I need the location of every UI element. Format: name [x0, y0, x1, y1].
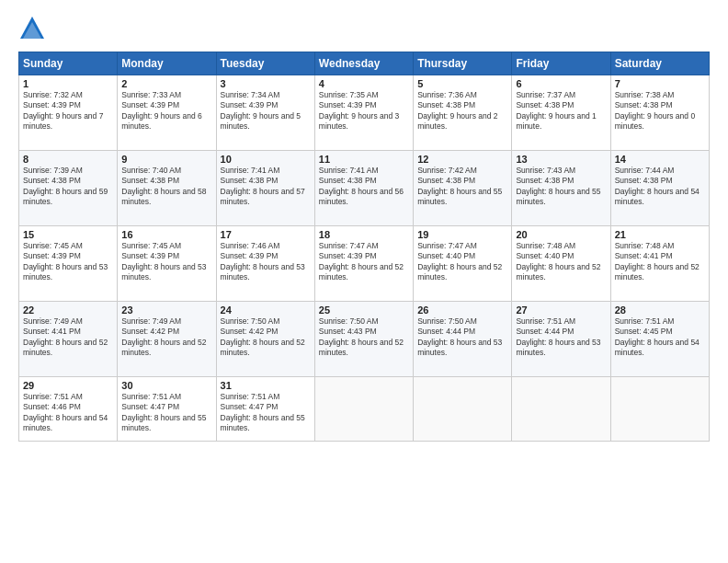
day-number: 15 — [23, 229, 113, 240]
day-info: Sunrise: 7:48 AM Sunset: 4:41 PM Dayligh… — [615, 241, 705, 283]
day-info: Sunrise: 7:41 AM Sunset: 4:38 PM Dayligh… — [221, 166, 311, 208]
calendar-header-monday: Monday — [118, 52, 216, 75]
day-number: 26 — [417, 304, 507, 316]
calendar-header-thursday: Thursday — [414, 52, 512, 75]
calendar-cell — [610, 377, 709, 442]
page: SundayMondayTuesdayWednesdayThursdayFrid… — [0, 0, 728, 451]
day-info: Sunrise: 7:51 AM Sunset: 4:47 PM Dayligh… — [121, 392, 211, 434]
calendar-table: SundayMondayTuesdayWednesdayThursdayFrid… — [18, 52, 710, 442]
calendar-cell: 13 Sunrise: 7:43 AM Sunset: 4:38 PM Dayl… — [512, 151, 610, 226]
day-info: Sunrise: 7:40 AM Sunset: 4:38 PM Dayligh… — [121, 166, 211, 208]
calendar-cell: 28 Sunrise: 7:51 AM Sunset: 4:45 PM Dayl… — [610, 302, 709, 377]
day-info: Sunrise: 7:32 AM Sunset: 4:39 PM Dayligh… — [23, 90, 113, 132]
day-number: 16 — [121, 229, 211, 240]
calendar-cell — [512, 377, 610, 442]
calendar-cell: 7 Sunrise: 7:38 AM Sunset: 4:38 PM Dayli… — [610, 75, 709, 151]
calendar-cell: 10 Sunrise: 7:41 AM Sunset: 4:38 PM Dayl… — [216, 151, 314, 226]
day-info: Sunrise: 7:51 AM Sunset: 4:45 PM Dayligh… — [615, 316, 705, 359]
day-info: Sunrise: 7:35 AM Sunset: 4:39 PM Dayligh… — [319, 90, 409, 132]
calendar-header-saturday: Saturday — [610, 52, 709, 75]
day-number: 20 — [516, 229, 606, 240]
day-info: Sunrise: 7:47 AM Sunset: 4:40 PM Dayligh… — [417, 241, 507, 283]
day-number: 27 — [516, 304, 606, 316]
day-number: 7 — [615, 78, 705, 89]
calendar-cell: 15 Sunrise: 7:45 AM Sunset: 4:39 PM Dayl… — [19, 226, 118, 302]
day-info: Sunrise: 7:46 AM Sunset: 4:39 PM Dayligh… — [221, 241, 311, 283]
calendar-cell: 5 Sunrise: 7:36 AM Sunset: 4:38 PM Dayli… — [414, 75, 512, 151]
day-number: 23 — [121, 304, 211, 316]
calendar-cell: 31 Sunrise: 7:51 AM Sunset: 4:47 PM Dayl… — [216, 377, 314, 442]
calendar-cell: 14 Sunrise: 7:44 AM Sunset: 4:38 PM Dayl… — [610, 151, 709, 226]
day-info: Sunrise: 7:34 AM Sunset: 4:39 PM Dayligh… — [221, 90, 311, 132]
day-number: 28 — [615, 304, 705, 316]
day-info: Sunrise: 7:49 AM Sunset: 4:42 PM Dayligh… — [121, 316, 211, 359]
day-number: 12 — [417, 154, 507, 165]
day-number: 6 — [516, 78, 606, 89]
day-info: Sunrise: 7:45 AM Sunset: 4:39 PM Dayligh… — [23, 241, 113, 283]
calendar-cell: 1 Sunrise: 7:32 AM Sunset: 4:39 PM Dayli… — [19, 75, 118, 151]
calendar-cell: 20 Sunrise: 7:48 AM Sunset: 4:40 PM Dayl… — [512, 226, 610, 302]
day-number: 8 — [23, 154, 113, 165]
calendar-cell: 27 Sunrise: 7:51 AM Sunset: 4:44 PM Dayl… — [512, 302, 610, 377]
calendar-cell: 16 Sunrise: 7:45 AM Sunset: 4:39 PM Dayl… — [118, 226, 216, 302]
day-info: Sunrise: 7:41 AM Sunset: 4:38 PM Dayligh… — [319, 166, 409, 208]
calendar-cell — [314, 377, 413, 442]
calendar-header-row: SundayMondayTuesdayWednesdayThursdayFrid… — [19, 52, 710, 75]
day-info: Sunrise: 7:51 AM Sunset: 4:44 PM Dayligh… — [516, 316, 606, 359]
day-number: 2 — [121, 78, 211, 89]
day-info: Sunrise: 7:47 AM Sunset: 4:39 PM Dayligh… — [319, 241, 409, 283]
day-number: 24 — [221, 304, 311, 316]
day-number: 19 — [417, 229, 507, 240]
day-number: 10 — [221, 154, 311, 165]
day-number: 3 — [221, 78, 311, 89]
calendar-header-wednesday: Wednesday — [314, 52, 413, 75]
day-info: Sunrise: 7:50 AM Sunset: 4:43 PM Dayligh… — [319, 316, 409, 359]
day-number: 4 — [319, 78, 409, 89]
day-info: Sunrise: 7:37 AM Sunset: 4:38 PM Dayligh… — [516, 90, 606, 132]
day-number: 11 — [319, 154, 409, 165]
day-info: Sunrise: 7:38 AM Sunset: 4:38 PM Dayligh… — [615, 90, 705, 132]
calendar-cell: 30 Sunrise: 7:51 AM Sunset: 4:47 PM Dayl… — [118, 377, 216, 442]
day-info: Sunrise: 7:36 AM Sunset: 4:38 PM Dayligh… — [417, 90, 507, 132]
day-info: Sunrise: 7:51 AM Sunset: 4:46 PM Dayligh… — [23, 392, 113, 434]
calendar-cell: 8 Sunrise: 7:39 AM Sunset: 4:38 PM Dayli… — [19, 151, 118, 226]
calendar-cell: 25 Sunrise: 7:50 AM Sunset: 4:43 PM Dayl… — [314, 302, 413, 377]
calendar-cell: 22 Sunrise: 7:49 AM Sunset: 4:41 PM Dayl… — [19, 302, 118, 377]
day-info: Sunrise: 7:42 AM Sunset: 4:38 PM Dayligh… — [417, 166, 507, 208]
calendar-cell: 11 Sunrise: 7:41 AM Sunset: 4:38 PM Dayl… — [314, 151, 413, 226]
calendar-header-tuesday: Tuesday — [216, 52, 314, 75]
day-number: 13 — [516, 154, 606, 165]
calendar-cell: 24 Sunrise: 7:50 AM Sunset: 4:42 PM Dayl… — [216, 302, 314, 377]
day-number: 25 — [319, 304, 409, 316]
day-number: 18 — [319, 229, 409, 240]
day-number: 17 — [221, 229, 311, 240]
calendar-cell — [414, 377, 512, 442]
day-number: 1 — [23, 78, 113, 89]
logo-icon — [18, 15, 46, 42]
calendar-cell: 9 Sunrise: 7:40 AM Sunset: 4:38 PM Dayli… — [118, 151, 216, 226]
day-info: Sunrise: 7:49 AM Sunset: 4:41 PM Dayligh… — [23, 316, 113, 359]
calendar-cell: 21 Sunrise: 7:48 AM Sunset: 4:41 PM Dayl… — [610, 226, 709, 302]
calendar-cell: 3 Sunrise: 7:34 AM Sunset: 4:39 PM Dayli… — [216, 75, 314, 151]
calendar-cell: 29 Sunrise: 7:51 AM Sunset: 4:46 PM Dayl… — [19, 377, 118, 442]
calendar-cell: 19 Sunrise: 7:47 AM Sunset: 4:40 PM Dayl… — [414, 226, 512, 302]
calendar-header-friday: Friday — [512, 52, 610, 75]
day-number: 30 — [121, 380, 211, 391]
day-info: Sunrise: 7:33 AM Sunset: 4:39 PM Dayligh… — [121, 90, 211, 132]
day-info: Sunrise: 7:44 AM Sunset: 4:38 PM Dayligh… — [615, 166, 705, 208]
day-info: Sunrise: 7:39 AM Sunset: 4:38 PM Dayligh… — [23, 166, 113, 208]
calendar-cell: 2 Sunrise: 7:33 AM Sunset: 4:39 PM Dayli… — [118, 75, 216, 151]
calendar-header-sunday: Sunday — [19, 52, 118, 75]
calendar-cell: 6 Sunrise: 7:37 AM Sunset: 4:38 PM Dayli… — [512, 75, 610, 151]
day-number: 14 — [615, 154, 705, 165]
calendar-cell: 4 Sunrise: 7:35 AM Sunset: 4:39 PM Dayli… — [314, 75, 413, 151]
day-number: 29 — [23, 380, 113, 391]
header — [18, 15, 710, 42]
day-info: Sunrise: 7:48 AM Sunset: 4:40 PM Dayligh… — [516, 241, 606, 283]
day-info: Sunrise: 7:50 AM Sunset: 4:44 PM Dayligh… — [417, 316, 507, 359]
calendar-cell: 26 Sunrise: 7:50 AM Sunset: 4:44 PM Dayl… — [414, 302, 512, 377]
day-number: 31 — [221, 380, 311, 391]
day-number: 22 — [23, 304, 113, 316]
calendar-cell: 17 Sunrise: 7:46 AM Sunset: 4:39 PM Dayl… — [216, 226, 314, 302]
calendar-cell: 18 Sunrise: 7:47 AM Sunset: 4:39 PM Dayl… — [314, 226, 413, 302]
